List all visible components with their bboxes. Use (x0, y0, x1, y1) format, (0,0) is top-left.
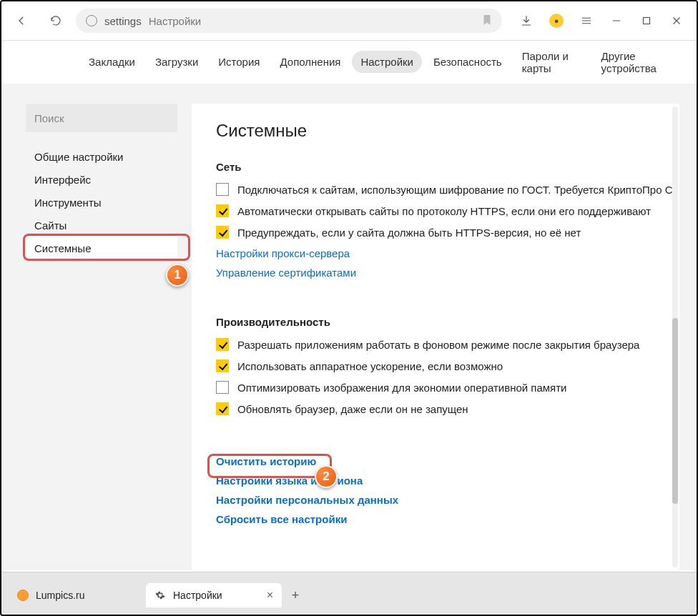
link-personal-data[interactable]: Настройки персональных данных (216, 494, 679, 506)
nav-tab-addons[interactable]: Дополнения (271, 51, 349, 73)
section-title-network: Сеть (216, 161, 679, 173)
nav-tab-downloads[interactable]: Загрузки (147, 51, 207, 73)
settings-content: Системные Сеть Подключаться к сайтам, ис… (192, 104, 679, 570)
sidebar-search-placeholder: Поиск (34, 112, 64, 124)
menu-button[interactable] (572, 6, 601, 35)
tab-lumpics[interactable]: Lumpics.ru (9, 583, 144, 607)
checkbox-opt-images[interactable] (216, 381, 229, 394)
nav-tab-history[interactable]: История (210, 51, 268, 73)
settings-nav: Закладки Загрузки История Дополнения Нас… (1, 41, 697, 84)
section-title-performance: Производительность (216, 316, 679, 328)
sidebar-item-tools[interactable]: Инструменты (26, 191, 177, 214)
link-reset-settings[interactable]: Сбросить все настройки (216, 513, 679, 525)
checkbox-row: Использовать аппаратное ускорение, если … (216, 359, 679, 372)
address-scheme: settings (104, 15, 142, 27)
checkbox-label: Разрешать приложениям работать в фоновом… (237, 339, 639, 351)
sidebar-item-system[interactable]: Системные (26, 237, 177, 259)
nav-tab-bookmarks[interactable]: Закладки (80, 51, 144, 73)
checkbox-label: Подключаться к сайтам, использующим шифр… (237, 184, 673, 196)
nav-tab-security[interactable]: Безопасность (425, 51, 511, 73)
sidebar-item-interface[interactable]: Интерфейс (26, 168, 177, 191)
annotation-badge-1: 1 (166, 264, 189, 287)
link-clear-history[interactable]: Очистить историю (216, 455, 679, 467)
profile-button[interactable]: ● (542, 6, 571, 35)
window-close-button[interactable] (662, 6, 691, 35)
sidebar-item-sites[interactable]: Сайты (26, 214, 177, 237)
avatar-icon: ● (549, 14, 564, 28)
settings-body: Поиск Общие настройки Интерфейс Инструме… (1, 84, 697, 570)
site-identity-icon (86, 15, 97, 26)
toolbar-right: ● (512, 6, 691, 35)
checkbox-label: Оптимизировать изображения для экономии … (237, 382, 566, 394)
sidebar-list: Общие настройки Интерфейс Инструменты Са… (26, 145, 177, 259)
checkbox-hw-accel[interactable] (216, 359, 229, 372)
checkbox-row: Разрешать приложениям работать в фоновом… (216, 338, 679, 351)
checkbox-https-warn[interactable] (216, 226, 229, 239)
window-minimize-button[interactable] (602, 6, 631, 35)
checkbox-row: Автоматически открывать сайты по протоко… (216, 204, 679, 217)
bookmark-icon[interactable] (482, 14, 492, 28)
checkbox-label: Использовать аппаратное ускорение, если … (237, 360, 503, 372)
tab-label: Настройки (173, 590, 222, 601)
checkbox-gost[interactable] (216, 183, 229, 196)
bottom-links: Очистить историю Настройки языка и регио… (216, 455, 679, 525)
nav-tab-settings[interactable]: Настройки (352, 51, 422, 73)
settings-sidebar: Поиск Общие настройки Интерфейс Инструме… (26, 104, 177, 570)
checkbox-label: Предупреждать, если у сайта должна быть … (237, 227, 581, 239)
browser-tabstrip: Lumpics.ru Настройки × + (1, 572, 697, 615)
checkbox-label: Обновлять браузер, даже если он не запущ… (237, 403, 468, 415)
nav-tab-passwords[interactable]: Пароли и карты (513, 45, 590, 79)
window-maximize-button[interactable] (632, 6, 661, 35)
nav-tab-devices[interactable]: Другие устройства (593, 45, 679, 79)
new-tab-button[interactable]: + (283, 583, 308, 607)
browser-toolbar: settings Настройки ● (1, 1, 697, 41)
checkbox-row: Оптимизировать изображения для экономии … (216, 381, 679, 394)
svg-rect-0 (644, 18, 650, 24)
checkbox-https-auto[interactable] (216, 204, 229, 217)
scrollbar-thumb[interactable] (672, 318, 678, 504)
checkbox-row: Подключаться к сайтам, использующим шифр… (216, 183, 679, 196)
address-text: settings Настройки (104, 15, 475, 27)
link-cert-management[interactable]: Управление сертификатами (216, 267, 679, 279)
page-title: Системные (216, 121, 679, 141)
tab-close-icon[interactable]: × (267, 589, 273, 602)
tab-label: Lumpics.ru (36, 590, 84, 601)
sidebar-item-general[interactable]: Общие настройки (26, 145, 177, 168)
downloads-button[interactable] (512, 6, 541, 35)
reload-button[interactable] (41, 6, 70, 35)
address-bar[interactable]: settings Настройки (76, 9, 502, 33)
checkbox-row: Обновлять браузер, даже если он не запущ… (216, 402, 679, 415)
checkbox-row: Предупреждать, если у сайта должна быть … (216, 226, 679, 239)
back-button[interactable] (7, 6, 36, 35)
checkbox-bg-apps[interactable] (216, 338, 229, 351)
address-title: Настройки (149, 15, 202, 27)
checkbox-update-browser[interactable] (216, 402, 229, 415)
favicon-icon (17, 590, 29, 601)
tab-settings[interactable]: Настройки × (146, 583, 282, 607)
link-language-region[interactable]: Настройки языка и региона (216, 475, 679, 487)
sidebar-search[interactable]: Поиск (26, 104, 177, 132)
link-proxy-settings[interactable]: Настройки прокси-сервера (216, 247, 679, 259)
checkbox-label: Автоматически открывать сайты по протоко… (237, 205, 651, 217)
gear-icon (154, 590, 166, 601)
